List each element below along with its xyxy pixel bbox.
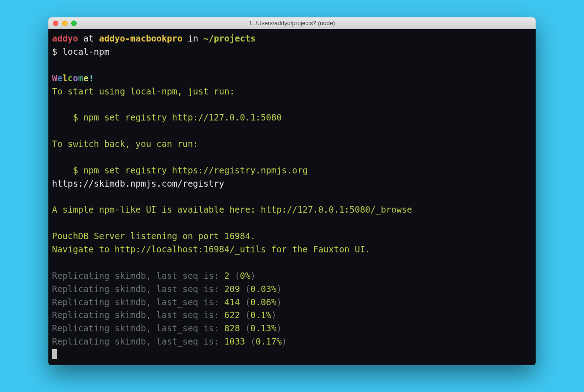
replication-seq: 209 (224, 284, 240, 294)
replication-line-prefix: Replicating skimdb, last_seq is: (52, 323, 224, 333)
replication-pct: 0.1% (250, 310, 271, 320)
line-set-registry-back: $ npm set registry https://registry.npmj… (52, 165, 308, 175)
replication-pct: 0.06% (250, 297, 276, 307)
prompt-path: ~/projects (203, 33, 256, 43)
replication-line-prefix: Replicating skimdb, last_seq is: (52, 271, 224, 281)
replication-pct: 0% (240, 271, 250, 281)
cursor-icon (52, 349, 57, 359)
titlebar[interactable]: 1. /Users/addyo/projects? (node) (48, 17, 536, 29)
prompt-host: addyo-macbookpro (99, 33, 182, 43)
prompt-in: in (182, 33, 203, 43)
replication-seq: 622 (224, 310, 240, 320)
replication-line-prefix: Replicating skimdb, last_seq is: (52, 310, 224, 320)
prompt-user: addyo (52, 33, 78, 43)
terminal-window: 1. /Users/addyo/projects? (node) addyo a… (48, 17, 536, 365)
prompt-symbol: $ (52, 47, 63, 57)
welcome-banner: Welcome! (52, 73, 94, 83)
replication-seq: 828 (224, 323, 240, 333)
replication-seq: 2 (224, 271, 229, 281)
replication-pct: 0.03% (250, 284, 276, 294)
replication-line-prefix: Replicating skimdb, last_seq is: (52, 297, 224, 307)
line-pouchdb: PouchDB Server listening on port 16984. (52, 231, 256, 241)
replication-seq: 414 (224, 297, 240, 307)
prompt-at: at (78, 33, 99, 43)
prompt-command: local-npm (63, 47, 110, 57)
replication-log: Replicating skimdb, last_seq is: 2 (0%) … (52, 271, 287, 346)
line-skimdb-url: https://skimdb.npmjs.com/registry (52, 178, 224, 188)
line-switch-back: To switch back, you can run: (52, 139, 198, 149)
terminal-body[interactable]: addyo at addyo-macbookpro in ~/projects … (48, 29, 536, 365)
line-ui-hint: A simple npm-like UI is available here: … (52, 204, 412, 214)
replication-pct: 0.17% (256, 336, 282, 346)
replication-line-prefix: Replicating skimdb, last_seq is: (52, 284, 224, 294)
line-set-registry: $ npm set registry http://127.0.0.1:5080 (52, 112, 282, 122)
line-start-hint: To start using local-npm, just run: (52, 86, 235, 96)
replication-pct: 0.13% (250, 323, 276, 333)
line-fauxton: Navigate to http://localhost:16984/_util… (52, 244, 370, 254)
window-title: 1. /Users/addyo/projects? (node) (48, 20, 536, 26)
replication-line-prefix: Replicating skimdb, last_seq is: (52, 336, 224, 346)
replication-seq: 1033 (224, 336, 245, 346)
